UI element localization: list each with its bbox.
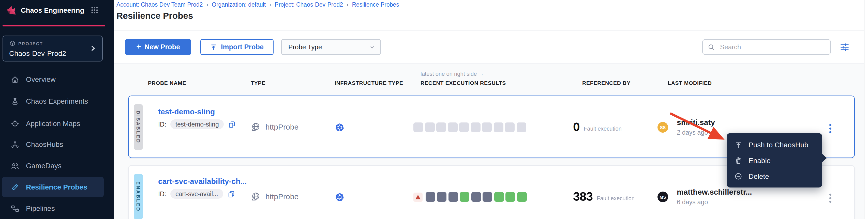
execution-result-passed	[517, 192, 527, 202]
column-header-infrastructure-type: INFRASTRUCTURE TYPE	[335, 80, 403, 86]
execution-result-failed	[437, 192, 446, 202]
recent-execution-results	[413, 122, 526, 132]
breadcrumb-separator: ›	[269, 2, 271, 8]
sidebar-item-pipelines[interactable]: Pipelines	[2, 198, 104, 218]
probe-type-label: httpProbe	[266, 192, 299, 201]
execution-result-empty	[505, 122, 515, 132]
plus-icon: +	[136, 42, 141, 51]
execution-result-empty	[425, 122, 435, 132]
copy-icon[interactable]	[228, 190, 235, 197]
app-logo: Chaos Engineering	[5, 4, 84, 16]
apps-grid-icon[interactable]	[91, 6, 99, 14]
execution-result-empty	[516, 122, 526, 132]
sidebar-item-gamedays[interactable]: GameDays	[2, 155, 104, 176]
probe-type-cell: httpProbe	[251, 166, 299, 219]
referenced-by-cell: 383 Fault execution	[573, 166, 634, 219]
breadcrumb-organization[interactable]: Organization: default	[212, 2, 266, 8]
brand-accent-bar	[3, 25, 105, 26]
warning-indicator	[413, 192, 423, 201]
modified-by-user: smriti.saty	[677, 118, 715, 127]
annotation-arrow	[667, 111, 733, 144]
chevron-down-icon	[369, 44, 375, 50]
menu-item-enable[interactable]: Enable	[726, 152, 822, 168]
execution-result-failed	[448, 192, 458, 202]
avatar: SS	[657, 122, 668, 133]
search-box	[702, 39, 831, 55]
breadcrumb-current[interactable]: Resilience Probes	[352, 2, 399, 8]
sidebar-item-label: Overview	[26, 75, 56, 83]
sidebar-item-resilience-probes[interactable]: Resilience Probes	[2, 177, 104, 197]
execution-result-failed	[425, 192, 435, 202]
id-label: ID:	[158, 190, 166, 197]
sidebar-item-label: Resilience Probes	[26, 183, 87, 191]
header-divider	[114, 30, 868, 30]
page-title: Resilience Probes	[117, 11, 193, 21]
row-menu-button[interactable]	[828, 123, 832, 134]
modified-by-user: matthew.schillerstr...	[677, 187, 752, 196]
fault-execution-label: Fault execution	[584, 126, 622, 132]
sidebar-item-chaos-experiments[interactable]: Chaos Experiments	[2, 91, 104, 111]
http-probe-icon	[251, 122, 261, 132]
menu-item-delete[interactable]: Delete	[726, 168, 822, 184]
menu-item-push-to-chaoshub[interactable]: Push to ChaosHub	[726, 137, 822, 152]
sidebar: Chaos Engineering PROJECT Chaos-Dev-Prod…	[0, 0, 114, 219]
pipeline-icon	[11, 204, 19, 213]
probe-name-link[interactable]: cart-svc-availability-ch...	[158, 177, 247, 185]
probe-name-link[interactable]: test-demo-sling	[158, 107, 215, 116]
row-context-menu: Push to ChaosHub Enable Delete	[726, 133, 822, 187]
sidebar-item-label: Application Maps	[26, 119, 80, 128]
hub-icon	[11, 140, 19, 149]
probes-table: latest one on right side → PROBE NAME TY…	[114, 64, 864, 219]
referenced-by-cell: 0 Fault execution	[573, 96, 622, 158]
column-header-recent-execution-results: RECENT EXECUTION RESULTS	[421, 80, 506, 86]
recent-execution-results	[413, 192, 527, 202]
filter-settings-icon[interactable]	[840, 43, 849, 52]
sidebar-item-chaoshubs[interactable]: ChaosHubs	[2, 134, 104, 154]
breadcrumb-project[interactable]: Project: Chaos-Dev-Prod2	[275, 2, 343, 8]
status-badge: ENABLED	[134, 174, 143, 219]
probe-type-dropdown[interactable]: Probe Type	[281, 39, 381, 55]
sidebar-item-application-maps[interactable]: Application Maps	[2, 113, 104, 134]
execution-result-empty	[448, 122, 457, 132]
sidebar-item-label: Chaos Experiments	[26, 97, 88, 105]
project-name: Chaos-Dev-Prod2	[9, 49, 66, 57]
probe-type-cell: httpProbe	[251, 96, 299, 158]
chaos-logo-icon	[5, 4, 17, 16]
minus-circle-icon	[734, 172, 742, 180]
target-icon	[11, 119, 19, 128]
execution-result-passed	[460, 192, 469, 202]
column-header-last-modified: LAST MODIFIED	[668, 80, 712, 86]
sidebar-item-label: GameDays	[26, 162, 62, 170]
project-cube-icon	[9, 40, 16, 47]
breadcrumb-account[interactable]: Account: Chaos Dev Team Prod2	[117, 2, 203, 8]
execution-result-empty	[482, 122, 492, 132]
execution-result-empty	[459, 122, 469, 132]
probe-id-row: ID: cart-svc-avail...	[158, 189, 235, 199]
probe-type-value: Probe Type	[288, 43, 322, 51]
copy-icon[interactable]	[228, 121, 236, 128]
probe-type-label: httpProbe	[266, 122, 299, 131]
execution-result-passed	[505, 192, 515, 202]
execution-result-empty	[494, 122, 503, 132]
fault-execution-label: Fault execution	[597, 195, 634, 201]
breadcrumb: Account: Chaos Dev Team Prod2 › Organiza…	[117, 2, 399, 8]
main-content: Account: Chaos Dev Team Prod2 › Organiza…	[114, 0, 868, 219]
column-header-type: TYPE	[251, 80, 266, 86]
search-input[interactable]	[719, 43, 825, 51]
execution-result-empty	[436, 122, 446, 132]
test-tube-icon	[11, 183, 19, 191]
project-selector[interactable]: PROJECT Chaos-Dev-Prod2	[3, 36, 103, 61]
row-menu-button[interactable]	[828, 193, 832, 204]
chevron-right-icon	[90, 45, 96, 51]
app-title: Chaos Engineering	[21, 6, 84, 14]
import-probe-button[interactable]: Import Probe	[200, 39, 274, 55]
table-row-test-demo-sling[interactable]: DISABLED test-demo-sling ID: test-demo-s…	[128, 96, 855, 158]
sidebar-item-label: ChaosHubs	[26, 140, 63, 148]
execution-result-passed	[494, 192, 504, 202]
sidebar-item-overview[interactable]: Overview	[2, 69, 104, 89]
scrollbar-track[interactable]	[864, 0, 868, 219]
new-probe-button[interactable]: + New Probe	[125, 39, 191, 55]
probe-id-value: cart-svc-avail...	[170, 189, 223, 199]
execution-result-failed	[483, 192, 492, 202]
execution-result-empty	[471, 122, 480, 132]
